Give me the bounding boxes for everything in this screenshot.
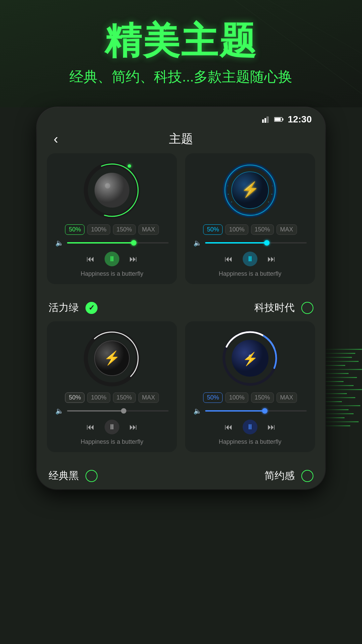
ring-svg-green [83, 162, 140, 219]
select-circle-classic[interactable] [85, 470, 98, 482]
svg-rect-26 [267, 117, 268, 123]
svg-point-33 [95, 173, 129, 208]
theme-grid: 50% 100% 150% MAX 🔈 ⏮ ⏸ ⏭ Happiness is [37, 153, 325, 294]
svg-point-41 [268, 202, 269, 203]
knob-area-simple: ⚡ [192, 328, 308, 388]
svg-point-40 [272, 194, 273, 195]
volume-row-blue: 🔈 [192, 239, 308, 247]
speed-buttons-simple: 50% 100% 150% MAX [192, 392, 308, 403]
sub-title: 经典、简约、科技...多款主题随心换 [13, 67, 349, 86]
pause-icon-gray: ⏸ [108, 423, 116, 431]
prev-btn-blue[interactable]: ⏮ [225, 254, 233, 264]
page-title: 主题 [169, 131, 193, 147]
controls-green: ⏮ ⏸ ⏭ [54, 252, 170, 266]
speed-max-blue[interactable]: MAX [277, 224, 297, 235]
svg-text:⚡: ⚡ [104, 350, 120, 366]
slider-blue[interactable] [205, 410, 307, 412]
knob-area-green [54, 160, 170, 220]
pause-icon-green: ⏸ [108, 255, 116, 263]
speed-150-classic[interactable]: 150% [113, 392, 136, 403]
knob-area-classic: ⚡ [54, 328, 170, 388]
svg-text:⚡: ⚡ [241, 181, 259, 198]
play-btn-blue[interactable]: ⏸ [243, 420, 257, 434]
speed-150-simple[interactable]: 150% [251, 392, 274, 403]
next-btn-simple[interactable]: ⏭ [267, 422, 276, 432]
speed-max-simple[interactable]: MAX [277, 392, 297, 403]
song-title-green: Happiness is a butterfly [54, 270, 170, 277]
prev-btn-simple[interactable]: ⏮ [225, 422, 233, 432]
speed-100-classic[interactable]: 100% [87, 392, 110, 403]
phone-mockup: 12:30 ‹ 主题 [37, 107, 325, 489]
controls-simple: ⏮ ⏸ ⏭ [192, 420, 308, 434]
status-time: 12:30 [288, 114, 312, 125]
volume-row-green: 🔈 [54, 239, 170, 247]
speed-buttons-green: 50% 100% 150% MAX [54, 224, 170, 235]
theme-card-classic-black[interactable]: ⚡ 50% 100% 150% MAX 🔈 ⏮ [47, 321, 177, 452]
volume-icon-blue: 🔈 [193, 239, 202, 247]
pause-icon-cyan: ⏸ [246, 255, 254, 263]
theme-name-simple: 简约感 [264, 469, 295, 483]
play-btn-cyan[interactable]: ⏸ [243, 252, 257, 266]
volume-icon-classic: 🔈 [55, 407, 64, 415]
speed-50-blue[interactable]: 50% [203, 224, 223, 235]
next-btn-classic[interactable]: ⏭ [129, 422, 137, 432]
select-circle-tech[interactable] [301, 302, 313, 314]
svg-rect-30 [275, 118, 281, 121]
status-bar: 12:30 [37, 107, 325, 128]
label-simple-sense: 简约感 [181, 469, 313, 483]
next-btn-blue[interactable]: ⏭ [267, 254, 276, 264]
next-btn-green[interactable]: ⏭ [129, 254, 137, 264]
select-circle-simple[interactable] [301, 470, 313, 482]
svg-point-47 [231, 202, 232, 203]
ring-svg-blue: ⚡ [222, 162, 279, 219]
volume-row-classic: 🔈 [54, 407, 170, 415]
knob-wrapper-green [83, 162, 140, 219]
theme-name-vitality: 活力绿 [49, 301, 79, 315]
controls-blue: ⏮ ⏸ ⏭ [192, 252, 308, 266]
battery-icon [274, 117, 284, 122]
speed-150-green[interactable]: 150% [113, 224, 136, 235]
speed-50-classic[interactable]: 50% [65, 392, 84, 403]
check-selected-green[interactable]: ✓ [85, 302, 98, 314]
controls-classic: ⏮ ⏸ ⏭ [54, 420, 170, 434]
svg-point-34 [105, 183, 110, 189]
slider-green[interactable] [67, 242, 169, 244]
song-title-classic: Happiness is a butterfly [54, 438, 170, 445]
theme-card-tech-era[interactable]: ⚡ 50% 100% 150% MAX 🔈 ⏮ [185, 153, 315, 284]
pause-icon-blue: ⏸ [246, 423, 254, 431]
speed-100-blue[interactable]: 100% [225, 224, 248, 235]
theme-card-vitality-green[interactable]: 50% 100% 150% MAX 🔈 ⏮ ⏸ ⏭ Happiness is [47, 153, 177, 284]
theme-labels-row2: 经典黑 简约感 [37, 462, 325, 489]
speed-150-blue[interactable]: 150% [251, 224, 274, 235]
speed-max-green[interactable]: MAX [138, 224, 159, 235]
theme-name-tech: 科技时代 [254, 301, 295, 315]
speed-100-green[interactable]: 100% [87, 224, 110, 235]
speed-50-simple[interactable]: 50% [203, 392, 223, 403]
ring-svg-simple: ⚡ [222, 330, 279, 387]
speed-50-green[interactable]: 50% [65, 224, 84, 235]
theme-card-simple[interactable]: ⚡ 50% 100% 150% MAX 🔈 ⏮ [185, 321, 315, 452]
knob-wrapper-classic: ⚡ [83, 330, 140, 387]
slider-cyan[interactable] [205, 242, 307, 244]
theme-name-classic: 经典黑 [49, 469, 79, 483]
svg-rect-24 [262, 119, 264, 123]
play-btn-gray[interactable]: ⏸ [105, 420, 119, 434]
theme-grid-row2: ⚡ 50% 100% 150% MAX 🔈 ⏮ [37, 321, 325, 462]
knob-area-blue: ⚡ [192, 160, 308, 220]
knob-wrapper-blue: ⚡ [222, 162, 279, 219]
svg-point-46 [228, 194, 229, 195]
play-btn-green[interactable]: ⏸ [105, 252, 119, 266]
ring-svg-classic: ⚡ [83, 330, 140, 387]
prev-btn-classic[interactable]: ⏮ [86, 422, 95, 432]
check-icon: ✓ [88, 304, 95, 312]
label-tech-era: 科技时代 [181, 301, 313, 315]
speed-100-simple[interactable]: 100% [225, 392, 248, 403]
speed-max-classic[interactable]: MAX [138, 392, 159, 403]
prev-btn-green[interactable]: ⏮ [86, 254, 95, 264]
song-title-simple: Happiness is a butterfly [192, 438, 308, 445]
svg-rect-25 [264, 118, 266, 123]
slider-gray[interactable] [67, 410, 169, 412]
back-button[interactable]: ‹ [54, 131, 58, 147]
speed-buttons-classic: 50% 100% 150% MAX [54, 392, 170, 403]
song-title-blue: Happiness is a butterfly [192, 270, 308, 277]
